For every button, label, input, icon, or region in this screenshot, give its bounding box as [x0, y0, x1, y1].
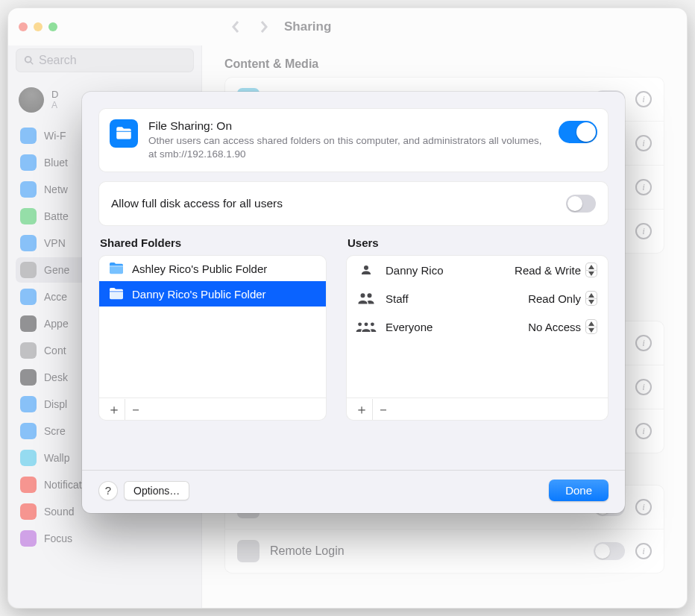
file-sharing-icon [110, 119, 138, 148]
sidebar-item-label: Bluet [44, 157, 68, 169]
sidebar-item-icon [20, 423, 37, 439]
sidebar-item-label: Appe [44, 318, 69, 330]
row-label: Remote Login [270, 544, 345, 558]
file-sharing-subtitle: Other users can access shared folders on… [148, 134, 548, 161]
user-icon [356, 292, 377, 305]
permission-value: Read & Write [515, 264, 581, 277]
sidebar-item[interactable]: Focus [16, 526, 194, 551]
sidebar-item-label: Acce [44, 291, 67, 303]
page-title: Sharing [284, 19, 331, 34]
sidebar-item-label: Sound [44, 506, 74, 518]
sidebar-item-icon [20, 450, 37, 466]
stepper-icon [585, 291, 597, 306]
sidebar-item-label: Desk [44, 371, 68, 383]
sidebar-item-icon [20, 530, 37, 547]
info-icon[interactable]: i [635, 91, 652, 107]
full-disk-card: Allow full disk access for all users [98, 181, 608, 226]
sidebar-item-icon [20, 342, 37, 359]
toggle[interactable] [594, 542, 625, 560]
users-list: Danny Rico Read & Write Staff Read Only … [346, 255, 608, 421]
sidebar-item-label: Netw [44, 183, 68, 195]
remove-folder-button[interactable]: － [125, 399, 145, 420]
section-content-media: Content & Media [224, 57, 664, 71]
file-sharing-card: File Sharing: On Other users can access … [98, 108, 608, 172]
search-input[interactable]: Search [16, 48, 194, 72]
forward-button[interactable] [256, 19, 272, 35]
traffic-lights[interactable] [19, 22, 57, 31]
sidebar-item-label: Gene [44, 264, 69, 276]
info-icon[interactable]: i [635, 543, 652, 559]
sidebar-item-label: Scre [44, 425, 66, 437]
sidebar-item-label: Cont [44, 345, 66, 356]
add-user-button[interactable]: ＋ [351, 399, 372, 420]
zoom-window-icon[interactable] [48, 22, 57, 31]
info-icon[interactable]: i [635, 335, 652, 351]
sidebar-item-label: Displ [44, 398, 67, 410]
sidebar-item-icon [20, 369, 37, 386]
folder-icon [108, 262, 125, 275]
permission-select[interactable]: Read & Write [512, 261, 600, 279]
breadcrumb: Sharing [224, 8, 664, 45]
permission-select[interactable]: Read Only [525, 289, 600, 307]
info-icon[interactable]: i [635, 499, 652, 515]
folder-icon [108, 287, 125, 301]
shared-folders-list: Ashley Rico's Public FolderDanny Rico's … [98, 255, 327, 421]
sidebar-item-icon [20, 208, 37, 224]
user-row: Danny Rico Read & Write [347, 256, 608, 284]
search-icon [24, 55, 34, 66]
sidebar-item-icon [20, 128, 37, 144]
user-row: Staff Read Only [347, 284, 608, 312]
sidebar-item-label: Wi-F [44, 130, 66, 142]
avatar [19, 87, 44, 113]
add-folder-button[interactable]: ＋ [104, 399, 125, 420]
permission-value: No Access [528, 321, 581, 333]
sidebar-item-icon [20, 289, 37, 305]
stepper-icon [585, 319, 597, 334]
app-icon [237, 540, 260, 562]
user-line2: A [51, 101, 58, 110]
file-sharing-toggle[interactable] [559, 121, 597, 143]
user-name: Staff [386, 292, 516, 305]
user-name: Danny Rico [386, 264, 503, 277]
sidebar-item-label: Wallp [44, 452, 70, 464]
file-sharing-title: File Sharing: On [148, 119, 548, 133]
sidebar-item-label: VPN [44, 237, 66, 249]
shared-folder-item[interactable]: Ashley Rico's Public Folder [99, 256, 326, 281]
sidebar-item-icon [20, 235, 37, 251]
user-line1: D [51, 89, 58, 100]
sidebar-item-icon [20, 396, 37, 412]
sidebar-item-icon [20, 181, 37, 198]
user-name: Everyone [386, 321, 516, 333]
user-icon [356, 320, 377, 333]
user-icon [356, 263, 377, 277]
info-icon[interactable]: i [635, 423, 652, 439]
options-button[interactable]: Options… [124, 481, 189, 500]
shared-folder-item[interactable]: Danny Rico's Public Folder [99, 281, 326, 307]
stepper-icon [585, 263, 597, 277]
sidebar-item-icon [20, 503, 37, 520]
sidebar-item-icon [20, 315, 37, 332]
remove-user-button[interactable]: － [372, 399, 393, 420]
minimize-window-icon[interactable] [34, 22, 43, 31]
permission-value: Read Only [528, 292, 581, 305]
file-sharing-sheet: File Sharing: On Other users can access … [82, 92, 625, 513]
sidebar-item-icon [20, 262, 37, 278]
info-icon[interactable]: i [635, 135, 652, 151]
search-placeholder: Search [39, 54, 77, 67]
info-icon[interactable]: i [635, 223, 652, 239]
help-button[interactable]: ? [98, 481, 118, 500]
sidebar-item-icon [20, 477, 37, 493]
info-icon[interactable]: i [635, 379, 652, 395]
back-button[interactable] [227, 19, 244, 35]
folder-name: Ashley Rico's Public Folder [132, 263, 267, 275]
folder-name: Danny Rico's Public Folder [132, 288, 266, 301]
shared-folders-header: Shared Folders [98, 236, 327, 249]
full-disk-toggle[interactable] [566, 195, 596, 213]
permission-select[interactable]: No Access [525, 318, 600, 336]
info-icon[interactable]: i [635, 179, 652, 195]
close-window-icon[interactable] [19, 22, 28, 31]
done-button[interactable]: Done [549, 480, 608, 501]
sidebar-item-icon [20, 154, 37, 171]
full-disk-label: Allow full disk access for all users [111, 197, 283, 210]
users-header: Users [346, 236, 608, 249]
